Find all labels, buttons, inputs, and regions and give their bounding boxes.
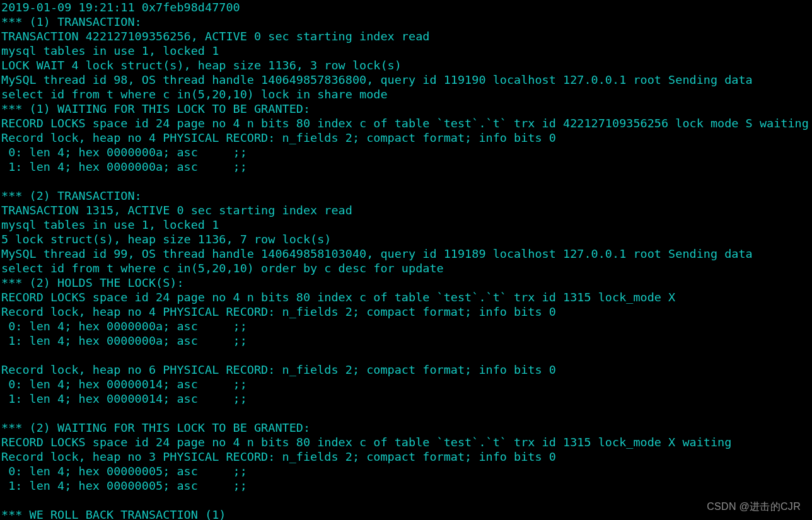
terminal-output: 2019-01-09 19:21:11 0x7feb98d47700 *** (…: [0, 0, 812, 520]
